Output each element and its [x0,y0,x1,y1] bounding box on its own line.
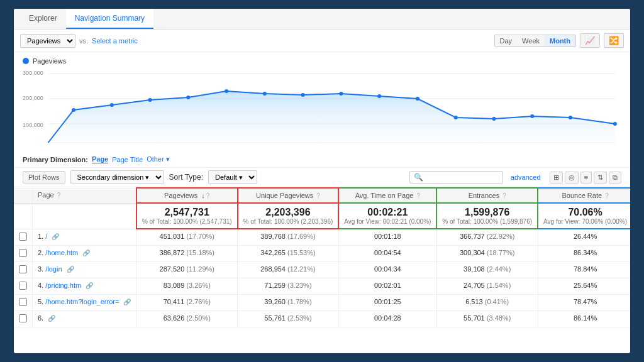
row-number: 3. [38,265,43,273]
row-pageviews: 83,089 (3.26%) [136,278,238,294]
primary-dimension-bar: Primary Dimension: Page Page Title Other… [14,151,630,168]
row-page-link[interactable]: /pricing.htm [45,282,81,289]
th-bounce-rate[interactable]: Bounce Rate ? [538,188,630,203]
row-unique-pageviews: 39,260 (1.78%) [238,294,339,310]
row-checkbox[interactable] [14,245,33,261]
row-unique-pageviews: 389,768 (17.69%) [238,229,339,245]
day-button[interactable]: Day [495,35,518,47]
sort-type-label: Sort Type: [169,173,203,182]
svg-point-14 [301,93,305,97]
table-row: 3. /login 🔗 287,520 (11.29%) 268,954 (12… [14,261,630,278]
svg-text:200,000: 200,000 [23,95,43,101]
row-checkbox[interactable] [14,229,33,245]
chart-area: Pageviews 300,000 200,000 100,000 [14,52,630,151]
week-button[interactable]: Week [517,35,545,47]
summary-pageviews: 2,547,731 % of Total: 100.00% (2,547,731… [136,203,238,229]
row-avg-time: 00:02:01 [338,278,436,294]
svg-point-8 [72,108,75,112]
th-avg-time[interactable]: Avg. Time on Page ? [338,188,436,203]
svg-point-9 [110,103,114,107]
dim-other[interactable]: Other ▾ [147,155,170,163]
page-icon: 🔗 [52,233,59,240]
dim-page-title[interactable]: Page Title [112,156,143,163]
svg-point-19 [492,117,496,121]
row-entrances: 300,304 (18.77%) [436,245,538,261]
row-page-link[interactable]: /login [45,265,62,273]
row-bounce-rate: 86.34% [538,245,630,261]
table-row: 4. /pricing.htm 🔗 83,089 (3.26%) 71,259 … [14,278,630,294]
pie-view-icon[interactable]: ◎ [565,172,579,184]
row-checkbox[interactable] [14,310,33,327]
row-bounce-rate: 26.44% [538,229,630,245]
metric-select[interactable]: Pageviews [20,34,75,48]
advanced-link[interactable]: advanced [511,173,541,181]
legend-label: Pageviews [33,57,66,65]
view-icons: ⊞ ◎ ≡ ⇅ ⧉ [550,172,621,184]
row-number: 4. [38,282,43,289]
th-checkbox [14,188,33,203]
row-unique-pageviews: 268,954 (12.21%) [238,261,339,278]
row-page-link[interactable]: / [45,233,47,240]
th-pageviews[interactable]: Pageviews ↓? [136,188,238,203]
compare-view-icon[interactable]: ⧉ [609,172,621,184]
time-range-buttons: Day Week Month [494,35,576,47]
svg-point-21 [569,116,572,119]
row-checkbox[interactable] [14,261,33,278]
tab-explorer[interactable]: Explorer [20,9,66,29]
row-bounce-rate: 25.64% [538,278,630,294]
tab-navigation-summary[interactable]: Navigation Summary [66,9,153,29]
chart-svg: 300,000 200,000 100,000 [23,67,621,149]
summary-entrances: 1,599,876 % of Total: 100.00% (1,599,876… [436,203,538,229]
grid-view-icon[interactable]: ⊞ [550,172,563,184]
svg-point-22 [613,122,617,126]
table-row: 5. /home.htm?login_error= 🔗 70,411 (2.76… [14,294,630,310]
svg-text:300,000: 300,000 [23,70,43,76]
page-icon: 🔗 [82,250,90,256]
table-row: 6. 🔗 63,626 (2.50%) 55,761 (2.53%) 00:04… [14,310,630,327]
row-avg-time: 00:01:25 [338,294,436,310]
month-button[interactable]: Month [545,35,575,47]
svg-point-15 [339,92,343,96]
row-pageviews: 287,520 (11.29%) [136,261,238,278]
pivot-view-icon[interactable]: ⇅ [594,172,607,184]
share-icon[interactable]: 🔀 [604,33,624,48]
chart-legend: Pageviews [23,57,621,65]
row-checkbox[interactable] [14,278,33,294]
row-page: 1. / 🔗 [33,229,136,245]
tabs-bar: Explorer Navigation Summary [14,9,630,30]
th-entrances[interactable]: Entrances ? [436,188,538,203]
row-entrances: 366,737 (22.92%) [436,229,538,245]
search-input[interactable] [423,173,499,181]
select-metric-link[interactable]: Select a metric [92,37,138,45]
page-icon: 🔗 [48,315,55,322]
row-bounce-rate: 86.14% [538,310,630,327]
summary-unique-pageviews: 2,203,396 % of Total: 100.00% (2,203,396… [238,203,339,229]
secondary-dimension-select[interactable]: Secondary dimension ▾ [70,170,164,184]
list-view-icon[interactable]: ≡ [580,172,592,184]
svg-point-10 [148,98,152,102]
search-icon: 🔍 [414,173,423,182]
sort-default-select[interactable]: Default ▾ [208,170,257,184]
row-pageviews: 63,626 (2.50%) [136,310,238,327]
row-page: 2. /home.htm 🔗 [33,245,136,261]
plot-rows-button[interactable]: Plot Rows [23,171,65,184]
row-entrances: 39,108 (2.44%) [436,261,538,278]
page-icon: 🔗 [123,299,131,305]
search-box[interactable]: 🔍 [409,171,503,184]
dim-page[interactable]: Page [92,155,108,163]
th-page[interactable]: Page ? [33,188,136,203]
line-chart-icon[interactable]: 📈 [580,33,600,48]
row-checkbox[interactable] [14,294,33,310]
row-page-link[interactable]: /home.htm [45,249,78,256]
data-table-wrapper: Page ? Pageviews ↓? Unique Pageviews ? A… [14,187,630,353]
th-unique-pageviews[interactable]: Unique Pageviews ? [238,188,339,203]
page-icon: 🔗 [67,266,74,273]
row-pageviews: 451,031 (17.70%) [136,229,238,245]
row-page-link[interactable]: /home.htm?login_error= [45,298,119,305]
row-page: 5. /home.htm?login_error= 🔗 [33,294,136,310]
svg-point-13 [263,92,267,96]
table-row: 2. /home.htm 🔗 386,872 (15.18%) 342,265 … [14,245,630,261]
svg-point-12 [225,89,228,93]
page-icon: 🔗 [86,282,93,289]
row-avg-time: 00:04:34 [338,261,436,278]
